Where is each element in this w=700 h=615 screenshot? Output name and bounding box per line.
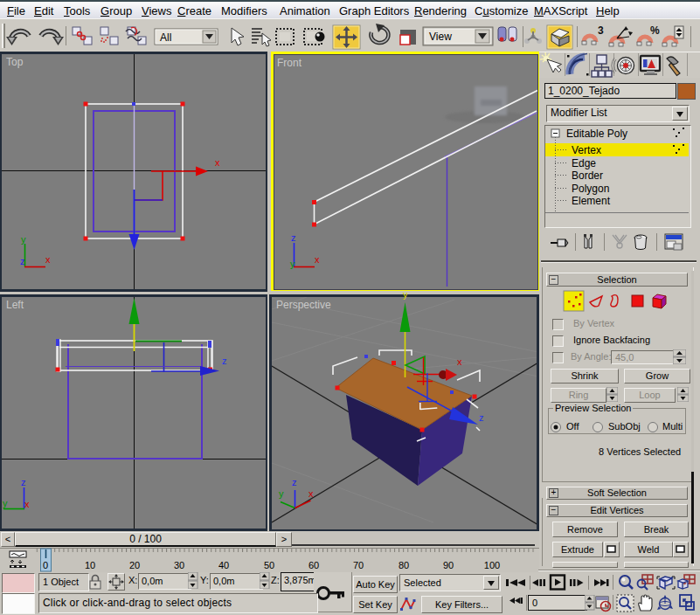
svg-text:Top: Top [6,56,24,68]
svg-text:z: z [292,477,297,487]
svg-text:0: 0 [43,560,48,570]
svg-text:x: x [24,499,30,509]
svg-text:40: 40 [218,560,229,570]
svg-text:y: y [290,259,295,269]
svg-text:90: 90 [443,560,454,570]
svg-text:z: z [222,356,227,366]
svg-text:Vertex: Vertex [572,144,601,156]
svg-text:50: 50 [264,560,274,570]
svg-text:30: 30 [174,560,184,570]
svg-text:View: View [429,31,452,43]
svg-text:y: y [279,488,284,499]
svg-text:z: z [20,256,25,266]
svg-text:Front: Front [277,57,302,69]
svg-text:60: 60 [308,560,319,570]
svg-text:Edge: Edge [572,157,596,169]
svg-text:z: z [291,232,296,243]
svg-text:x: x [308,488,314,499]
svg-text:70: 70 [353,560,364,570]
svg-text:x: x [215,157,220,168]
svg-text:100: 100 [484,560,500,570]
svg-text:Border: Border [572,169,603,182]
svg-text:3: 3 [598,24,604,37]
svg-text:Left: Left [6,299,24,311]
svg-text:%: % [650,24,660,37]
svg-text:x: x [457,356,462,367]
svg-text:x: x [315,254,320,265]
svg-text:Polygon: Polygon [572,183,609,195]
svg-text:Element: Element [572,195,611,207]
svg-text:y: y [21,234,26,245]
svg-text:z: z [21,477,26,487]
svg-text:All: All [160,31,171,44]
svg-text:y: y [3,498,8,508]
svg-text:x: x [45,254,51,265]
svg-text:z: z [479,412,484,423]
svg-text:80: 80 [399,560,409,570]
svg-text:Perspective: Perspective [276,299,331,311]
svg-text:20: 20 [129,560,140,570]
svg-text:Editable Poly: Editable Poly [566,128,627,140]
svg-text:10: 10 [85,560,95,570]
